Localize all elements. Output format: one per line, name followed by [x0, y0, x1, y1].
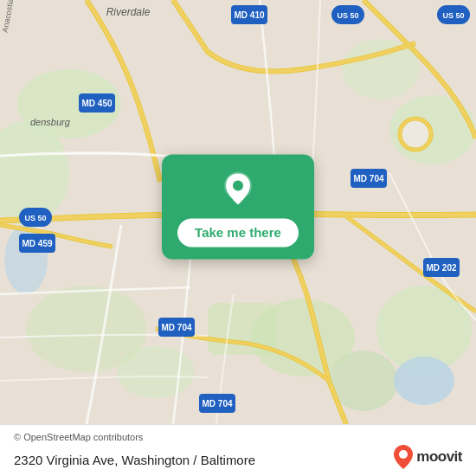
svg-text:MD 704: MD 704 — [202, 399, 232, 408]
moovit-brand-text: moovit — [416, 448, 462, 466]
location-card: Take me there — [162, 154, 314, 259]
svg-point-11 — [394, 357, 454, 405]
svg-point-8 — [26, 286, 147, 372]
copyright-text: © OpenStreetMap contributors — [14, 432, 143, 442]
svg-text:densburg: densburg — [30, 117, 71, 127]
svg-text:US 50: US 50 — [24, 214, 46, 222]
moovit-logo: moovit — [394, 445, 462, 469]
take-me-there-button[interactable]: Take me there — [177, 218, 299, 247]
svg-text:MD 202: MD 202 — [426, 263, 456, 273]
location-pin-icon — [219, 170, 257, 208]
svg-text:MD 704: MD 704 — [353, 174, 383, 183]
svg-point-39 — [233, 180, 243, 190]
address-line: 2320 Virginia Ave, Washington / Baltimor… — [14, 453, 255, 467]
svg-text:US 50: US 50 — [337, 11, 358, 20]
svg-text:MD 450: MD 450 — [81, 99, 112, 108]
moovit-pin-icon — [394, 445, 413, 469]
svg-text:MD 704: MD 704 — [161, 323, 191, 332]
map-container: MD 410 US 50 US 50 MD 450 MD 704 US 50 M… — [0, 0, 476, 424]
svg-point-40 — [399, 450, 408, 459]
svg-text:MD 459: MD 459 — [22, 239, 52, 248]
svg-text:Riverdale: Riverdale — [106, 6, 151, 18]
svg-text:MD 410: MD 410 — [234, 10, 264, 20]
svg-text:US 50: US 50 — [442, 11, 464, 20]
bottom-bar: © OpenStreetMap contributors 2320 Virgin… — [0, 424, 476, 476]
